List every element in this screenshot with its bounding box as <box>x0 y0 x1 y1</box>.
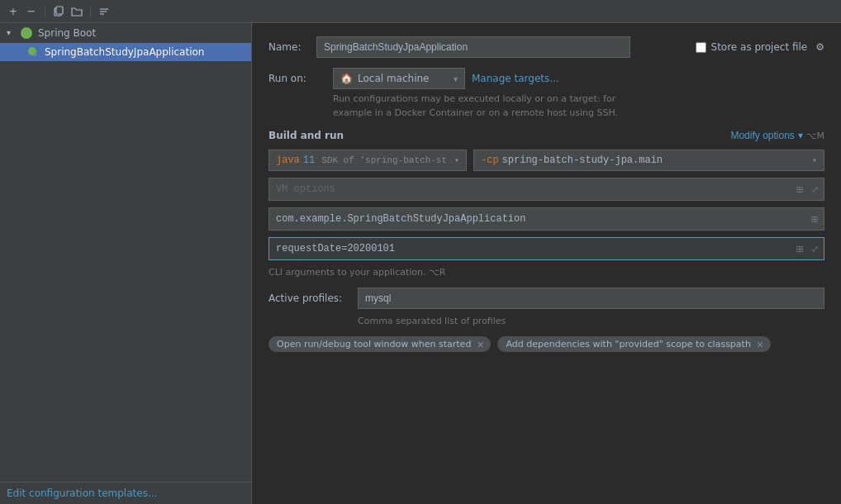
run-on-row: Run on: 🏠 Local machine ▾ Manage targets… <box>268 68 824 89</box>
group-label: Spring Boot <box>38 27 96 39</box>
main-class-icons: ⊞ <box>808 212 821 226</box>
cli-hint: CLI arguments to your application. ⌥R <box>268 267 824 278</box>
tag-chip-0: Open run/debug tool window when started … <box>268 336 491 352</box>
profiles-input[interactable] <box>358 288 824 309</box>
program-args-row: ⊞ ⤢ <box>268 237 824 260</box>
spring-boot-group[interactable]: ▾ Spring Boot <box>0 23 251 43</box>
main-class-row: ⊞ <box>268 207 824 231</box>
args-fullscreen-icon[interactable]: ⤢ <box>808 242 821 255</box>
manage-targets-link[interactable]: Manage targets... <box>472 73 559 84</box>
profiles-row: Active profiles: <box>268 288 824 309</box>
section-title: Build and run <box>268 130 344 141</box>
main-class-expand-icon[interactable]: ⊞ <box>808 212 821 226</box>
modify-options-chevron-icon: ▾ <box>798 130 803 141</box>
modify-options-label: Modify options <box>730 130 794 141</box>
modify-options-button[interactable]: Modify options ▾ <box>730 130 802 141</box>
profiles-hint: Comma separated list of profiles <box>358 316 824 326</box>
folder-icon[interactable] <box>70 5 83 18</box>
store-row: Store as project file ⚙ <box>696 41 824 53</box>
classpath-select[interactable]: -cp spring-batch-study-jpa.main ▾ <box>473 150 824 171</box>
store-checkbox[interactable] <box>696 42 706 53</box>
java-sdk-select[interactable]: java 11 SDK of 'spring-batch-st ▾ <box>268 150 467 171</box>
build-run-header: Build and run Modify options ▾ ⌥M <box>268 130 824 141</box>
tag-label-1: Add dependencies with "provided" scope t… <box>506 339 750 349</box>
cp-chevron-icon: ▾ <box>812 155 817 165</box>
vm-options-row: ⊞ ⤢ <box>268 178 824 201</box>
left-footer: Edit configuration templates... <box>0 482 251 504</box>
tree-item-app[interactable]: SpringBatchStudyJpaApplication <box>0 43 251 61</box>
tree-section: ▾ Spring Boot SpringBatchStudyJpaApplica… <box>0 23 251 482</box>
java-sdk-label: SDK of 'spring-batch-st <box>321 155 447 165</box>
chevron-down-icon: ▾ <box>7 28 17 38</box>
toolbar: + − <box>0 0 841 23</box>
toolbar-separator <box>45 6 45 17</box>
copy-icon[interactable] <box>52 5 65 18</box>
tag-label-0: Open run/debug tool window when started <box>277 339 471 349</box>
program-args-input[interactable] <box>268 237 824 260</box>
tag-chip-1: Add dependencies with "provided" scope t… <box>497 336 771 352</box>
tree-item-label: SpringBatchStudyJpaApplication <box>45 46 204 58</box>
cp-flag: -cp <box>481 155 499 166</box>
svg-rect-1 <box>56 7 63 14</box>
plus-icon[interactable]: + <box>7 5 20 18</box>
left-panel: ▾ Spring Boot SpringBatchStudyJpaApplica… <box>0 23 252 504</box>
run-on-select[interactable]: 🏠 Local machine ▾ <box>333 68 465 89</box>
fullscreen-icon[interactable]: ⤢ <box>808 183 821 196</box>
java-version: 11 <box>303 155 315 166</box>
expand-icon[interactable]: ⊞ <box>793 183 806 196</box>
tags-row: Open run/debug tool window when started … <box>268 336 824 352</box>
java-chevron-icon: ▾ <box>454 155 459 165</box>
name-input[interactable] <box>316 36 630 58</box>
app-icon <box>26 45 40 59</box>
args-expand-icon[interactable]: ⊞ <box>793 242 806 255</box>
cp-value: spring-batch-study-jpa.main <box>502 155 663 166</box>
store-label: Store as project file <box>711 41 808 53</box>
home-icon: 🏠 <box>340 73 353 84</box>
vm-options-icons: ⊞ ⤢ <box>793 183 821 196</box>
tag-close-0[interactable]: × <box>476 340 484 349</box>
build-row: java 11 SDK of 'spring-batch-st ▾ -cp sp… <box>268 150 824 171</box>
minus-icon[interactable]: − <box>25 5 38 18</box>
modify-shortcut: ⌥M <box>806 131 824 141</box>
settings-icon[interactable]: ⚙ <box>815 41 824 53</box>
program-args-icons: ⊞ ⤢ <box>793 242 821 255</box>
main-class-input[interactable] <box>268 207 824 231</box>
main-layout: ▾ Spring Boot SpringBatchStudyJpaApplica… <box>0 23 841 504</box>
run-on-label: Run on: <box>268 73 326 84</box>
java-text: java <box>276 155 300 166</box>
spring-boot-icon <box>20 26 33 40</box>
edit-templates-link[interactable]: Edit configuration templates... <box>7 487 157 499</box>
run-on-chevron-icon: ▾ <box>454 74 458 83</box>
vm-options-input[interactable] <box>268 178 824 201</box>
right-panel: Name: Store as project file ⚙ Run on: 🏠 … <box>252 23 841 504</box>
run-on-hint: Run configurations may be executed local… <box>333 93 824 120</box>
local-machine-label: Local machine <box>358 73 449 84</box>
profiles-label: Active profiles: <box>268 292 351 304</box>
name-label: Name: <box>268 41 310 53</box>
toolbar-separator-2 <box>90 6 91 17</box>
tag-close-1[interactable]: × <box>756 340 764 349</box>
sort-icon[interactable] <box>97 5 111 18</box>
